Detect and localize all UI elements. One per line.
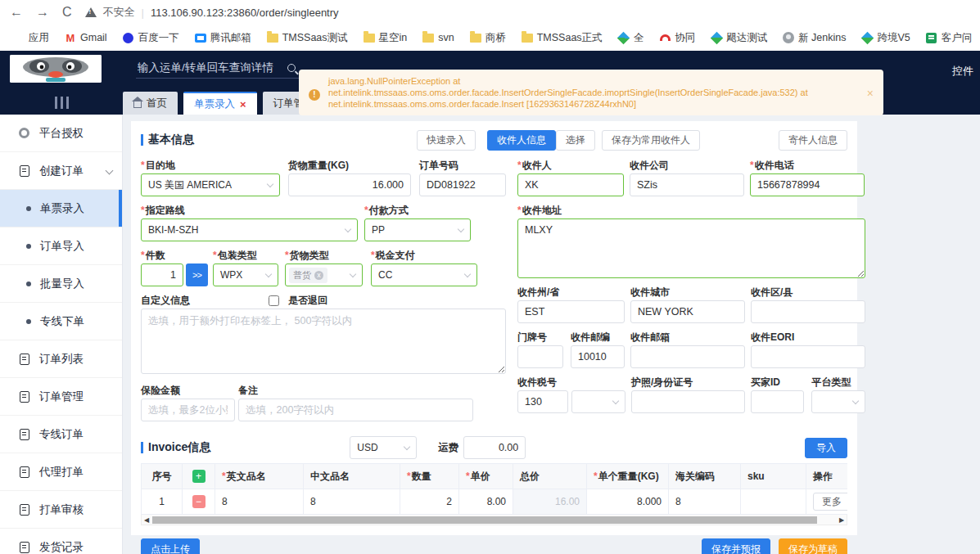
email-input[interactable] [630,345,745,368]
receiver-phone-input[interactable] [750,173,865,196]
currency-select[interactable]: USD [350,436,417,459]
collapse-menu-icon[interactable] [0,91,123,115]
tab-single-entry[interactable]: 单票录入 × [183,92,257,115]
insurance-input[interactable] [141,399,235,421]
bookmark-qqmail[interactable]: 腾讯邮箱 [190,29,256,47]
scroll-right-arrow[interactable]: ▶ [837,515,847,525]
cell-hs-code[interactable]: 8 [669,489,741,515]
tax-no-input[interactable] [517,390,568,413]
back-icon[interactable]: ← [10,6,23,19]
cell-unit-price[interactable]: 8.00 [459,489,513,515]
route-select[interactable]: BKI-M-SZH [141,218,358,241]
toast-close-icon[interactable]: × [867,88,874,99]
sender-info-button[interactable]: 寄件人信息 [779,130,847,151]
cell-en-name[interactable]: 8 [215,489,304,515]
quick-entry-button[interactable]: 快速录入 [417,130,476,151]
bookmark-svn[interactable]: svn [418,29,458,46]
remark-input[interactable] [238,399,473,421]
bookmark-kuajing-v5[interactable]: 跨境V5 [856,29,915,47]
sidebar-item-single-entry[interactable]: 单票录入 [0,190,122,227]
buyer-id-input[interactable] [751,390,805,413]
goods-type-select[interactable]: 普货x [285,263,363,286]
add-row-button[interactable]: + [192,470,205,483]
house-no-input[interactable] [517,345,563,368]
scroll-left-arrow[interactable]: ◀ [142,515,151,525]
zip-input[interactable] [571,345,625,368]
bookmark-apps[interactable]: 应用 [8,29,54,47]
address-bar[interactable]: 不安全 | 113.106.90.123:23860/order/singlee… [85,5,339,20]
payment-select[interactable]: PP [364,218,471,241]
city-input[interactable] [630,300,745,323]
search-icon[interactable] [287,64,296,72]
cell-cn-name[interactable]: 8 [304,489,400,515]
receiver-company-input[interactable] [630,173,744,196]
forward-icon[interactable]: → [36,6,49,19]
tab-home[interactable]: 首页 [123,92,178,115]
sidebar-item-order-manage[interactable]: 订单管理 [0,378,122,416]
address-textarea[interactable]: MLXY [517,218,865,278]
jenkins-avatar-icon [783,32,794,43]
bookmark-shangqiao[interactable]: 商桥 [465,29,511,47]
return-checkbox[interactable] [269,295,279,306]
waybill-search[interactable] [136,61,308,79]
pieces-input[interactable] [141,263,183,286]
bookmark-quan[interactable]: 全 [613,29,649,47]
tab-close-icon[interactable]: × [240,98,246,110]
horizontal-scrollbar[interactable]: ◀ ▶ [141,515,847,525]
custom-info-textarea[interactable] [141,309,506,374]
weight-input[interactable] [288,173,411,196]
more-button[interactable]: 更多 [813,493,847,511]
bookmark-kehu[interactable]: 客户问 [921,29,978,47]
district-input[interactable] [751,300,865,323]
save-forecast-button[interactable]: 保存并预报 [702,538,770,554]
tax-pay-select[interactable]: CC [371,263,477,286]
scrollbar-thumb[interactable] [152,516,817,524]
save-common-receiver-button[interactable]: 保存为常用收件人 [602,130,700,151]
eori-input[interactable] [751,345,865,368]
delete-row-button[interactable]: − [192,495,205,508]
sidebar-item-batch-import[interactable]: 批量导入 [0,265,122,303]
cell-sku[interactable] [741,489,806,515]
controls-link[interactable]: 控件 [952,64,973,79]
expand-pieces-button[interactable]: >> [186,263,208,286]
tax-no-type-select[interactable] [571,390,625,413]
folder-icon [267,32,278,43]
sidebar-item-order-import[interactable]: 订单导入 [0,227,122,265]
sidebar-item-print-audit[interactable]: 打单审核 [0,491,122,529]
order-no-input[interactable] [419,173,506,196]
refresh-icon[interactable]: C [62,6,72,19]
sidebar-item-shipping-record[interactable]: 发货记录 [0,529,122,554]
cell-qty[interactable]: 2 [400,489,459,515]
package-type-select[interactable]: WPX [213,263,278,286]
sidebar-item-create-order[interactable]: 创建订单 [0,152,122,190]
sidebar-item-order-list[interactable]: 订单列表 [0,340,122,378]
receiver-input[interactable] [517,173,624,196]
bookmark-juda-test[interactable]: 飓达测试 [706,29,772,47]
bookmark-baidu[interactable]: 百度一下 [118,29,184,47]
sidebar-item-platform-auth[interactable]: 平台授权 [0,115,122,152]
tag-close-icon[interactable]: x [314,271,323,280]
choose-receiver-button[interactable]: 选择 [556,130,595,151]
freight-input[interactable] [463,436,526,459]
scrollbar-track[interactable] [151,515,837,525]
save-draft-button[interactable]: 保存为草稿 [779,538,847,554]
destination-select[interactable]: US 美国 AMERICA [141,173,280,196]
import-button[interactable]: 导入 [805,438,847,458]
sidebar-item-line-orders[interactable]: 专线订单 [0,416,122,453]
col-en-name: *英文品名 [215,464,304,489]
bookmark-gmail[interactable]: MGmail [60,29,112,46]
receiver-info-button[interactable]: 收件人信息 [487,130,556,151]
platform-type-select[interactable] [811,390,865,413]
sidebar-item-line-order[interactable]: 专线下单 [0,303,122,340]
bookmark-xietong[interactable]: 协同 [654,29,700,47]
bookmark-tmssaas-prod[interactable]: TMSSaas正式 [517,29,607,47]
state-input[interactable] [517,300,625,323]
bookmark-jenkins[interactable]: 新 Jenkins [778,29,851,47]
bookmark-xingkong[interactable]: 星空in [359,29,413,47]
passport-input[interactable] [631,390,745,413]
sidebar-item-agent-print[interactable]: 代理打单 [0,453,122,491]
upload-button[interactable]: 点击上传 [141,538,200,554]
bookmark-tmssaas-test[interactable]: TMSSaas测试 [262,29,353,47]
waybill-search-input[interactable] [136,61,287,74]
cell-unit-weight[interactable]: 8.000 [587,489,669,515]
